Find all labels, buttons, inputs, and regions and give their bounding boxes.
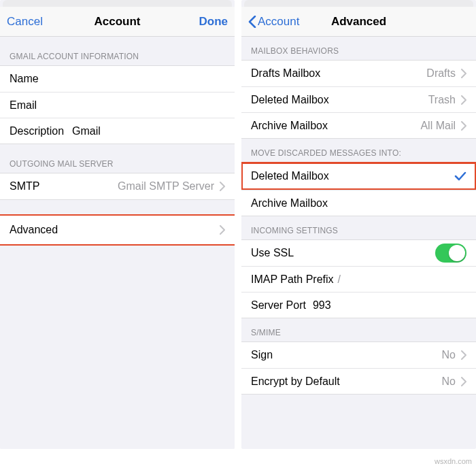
empty-area — [241, 395, 476, 435]
use-ssl-toggle[interactable] — [435, 244, 466, 263]
section-header-outgoing: OUTGOING MAIL SERVER — [0, 144, 235, 173]
imap-prefix-value: / — [338, 273, 341, 286]
smtp-value: Gmail SMTP Server — [118, 180, 214, 193]
account-screen: Cancel Account Done GMAIL ACCOUNT INFORM… — [0, 0, 235, 449]
name-label: Name — [10, 73, 39, 85]
use-ssl-row: Use SSL — [241, 240, 476, 266]
sheet-notch — [3, 0, 232, 7]
deleted-mailbox-label: Deleted Mailbox — [251, 94, 329, 106]
checkmark-icon — [454, 171, 466, 181]
smtp-row[interactable]: SMTP Gmail SMTP Server — [0, 173, 235, 199]
discard-archive-row[interactable]: Archive Mailbox — [241, 190, 476, 216]
advanced-row[interactable]: Advanced — [0, 216, 235, 244]
discard-group: Deleted Mailbox Archive Mailbox — [241, 162, 476, 216]
imap-prefix-row[interactable]: IMAP Path Prefix / — [241, 266, 476, 292]
discard-archive-label: Archive Mailbox — [251, 197, 328, 210]
chevron-right-icon — [461, 377, 466, 386]
back-button[interactable]: Account — [248, 15, 299, 29]
chevron-right-icon — [461, 69, 466, 78]
name-row[interactable]: Name — [0, 66, 235, 92]
empty-area — [0, 245, 235, 449]
drafts-mailbox-label: Drafts Mailbox — [251, 67, 320, 80]
back-label: Account — [258, 15, 299, 29]
drafts-mailbox-row[interactable]: Drafts Mailbox Drafts — [241, 61, 476, 86]
section-header-smime: S/MIME — [241, 318, 476, 341]
chevron-right-icon — [220, 182, 225, 191]
outgoing-group: SMTP Gmail SMTP Server — [0, 173, 235, 200]
watermark: wsxdn.com — [435, 457, 472, 465]
server-port-label: Server Port — [251, 299, 306, 312]
archive-mailbox-row[interactable]: Archive Mailbox All Mail — [241, 112, 476, 138]
discard-deleted-row[interactable]: Deleted Mailbox — [241, 163, 476, 190]
account-info-group: Name Email Description Gmail — [0, 65, 235, 144]
smtp-label: SMTP — [10, 180, 39, 193]
discard-deleted-label: Deleted Mailbox — [251, 170, 329, 182]
section-header-account-info: GMAIL ACCOUNT INFORMATION — [0, 37, 235, 65]
server-port-row[interactable]: Server Port 993 — [241, 292, 476, 318]
server-port-value: 993 — [313, 299, 331, 312]
chevron-left-icon — [248, 16, 256, 28]
description-row[interactable]: Description Gmail — [0, 118, 235, 144]
description-value: Gmail — [72, 125, 101, 137]
section-header-incoming: INCOMING SETTINGS — [241, 216, 476, 239]
encrypt-row[interactable]: Encrypt by Default No — [241, 368, 476, 394]
cancel-button[interactable]: Cancel — [7, 15, 43, 29]
sign-row[interactable]: Sign No — [241, 342, 476, 368]
email-row[interactable]: Email — [0, 92, 235, 118]
deleted-mailbox-value: Trash — [428, 94, 456, 106]
advanced-label: Advanced — [10, 224, 58, 236]
advanced-screen: Account Advanced MAILBOX BEHAVIORS Draft… — [241, 0, 476, 449]
deleted-mailbox-row[interactable]: Deleted Mailbox Trash — [241, 86, 476, 112]
smime-group: Sign No Encrypt by Default No — [241, 341, 476, 395]
email-label: Email — [10, 99, 37, 112]
sign-label: Sign — [251, 349, 273, 361]
incoming-group: Use SSL IMAP Path Prefix / Server Port 9… — [241, 239, 476, 318]
done-button[interactable]: Done — [199, 15, 228, 29]
advanced-group: Advanced — [0, 215, 235, 245]
sign-value: No — [442, 349, 456, 361]
section-header-mailbox: MAILBOX BEHAVIORS — [241, 37, 476, 60]
navbar: Cancel Account Done — [0, 7, 235, 37]
drafts-mailbox-value: Drafts — [426, 67, 456, 80]
imap-prefix-label: IMAP Path Prefix — [251, 273, 334, 286]
sheet-notch — [244, 0, 473, 7]
chevron-right-icon — [220, 225, 225, 235]
encrypt-value: No — [442, 375, 456, 388]
encrypt-label: Encrypt by Default — [251, 375, 340, 388]
mailbox-behaviors-group: Drafts Mailbox Drafts Deleted Mailbox Tr… — [241, 60, 476, 139]
archive-mailbox-label: Archive Mailbox — [251, 120, 328, 132]
description-label: Description — [10, 125, 64, 137]
use-ssl-label: Use SSL — [251, 247, 294, 259]
section-header-discard: MOVE DISCARDED MESSAGES INTO: — [241, 139, 476, 162]
chevron-right-icon — [461, 121, 466, 131]
chevron-right-icon — [461, 95, 466, 105]
navbar: Account Advanced — [241, 7, 476, 37]
chevron-right-icon — [461, 350, 466, 360]
archive-mailbox-value: All Mail — [420, 120, 456, 132]
